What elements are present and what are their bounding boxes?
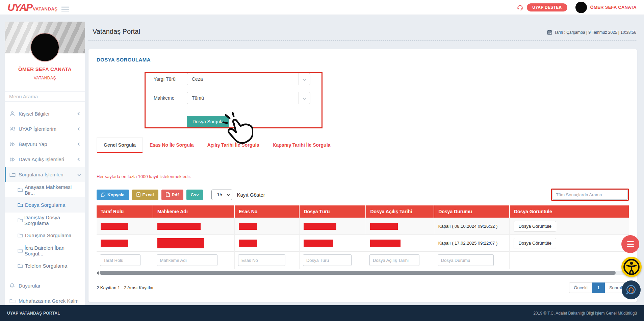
dosya-sorgulama-card: DOSYA SORGULAMA Yargı Türü Ceza Mahkeme … — [88, 49, 637, 302]
table-row: Kapalı ( 17.02.2025 09:22:07 ) Dosya Gör… — [97, 235, 629, 252]
csv-button[interactable]: Csv — [186, 190, 203, 200]
excel-button[interactable]: Excel — [132, 190, 158, 200]
page-number-button[interactable]: 1 — [592, 282, 605, 293]
redacted-cell — [304, 240, 333, 247]
folder-icon — [18, 218, 24, 222]
tab-esas-no[interactable]: Esas No İle Sorgula — [143, 138, 201, 152]
sidebar-item-uyap-islemlerim[interactable]: UYAP İşlemlerim — [5, 121, 85, 137]
records-info: 2 Kayıttan 1 - 2 Arası Kayıtlar — [97, 285, 154, 290]
headset-icon — [517, 4, 523, 11]
calendar-icon — [547, 30, 552, 35]
query-form: Yargı Türü Ceza Mahkeme Tümü Dosya Sorgu… — [97, 73, 629, 127]
previous-page-button[interactable]: Önceki — [569, 282, 592, 293]
scroll-left-arrow[interactable] — [97, 271, 99, 275]
page-size-select[interactable]: 15 — [211, 190, 232, 200]
bell-icon — [9, 283, 19, 289]
dosya-sorgula-button[interactable]: Dosya Sorgula — [187, 116, 229, 127]
filter-taraf-rolu-input[interactable] — [100, 254, 140, 266]
query-tabs: Genel Sorgula Esas No İle Sorgula Açılış… — [97, 138, 629, 152]
redacted-cell — [304, 223, 336, 230]
scrollbar-track[interactable] — [100, 271, 629, 275]
support-chat-button[interactable] — [622, 280, 641, 299]
profile-role: VATANDAŞ — [5, 76, 85, 80]
sidebar-menu: Kişisel Bilgiler UYAP İşlemlerim Başvuru… — [5, 102, 85, 305]
sidebar-item-basvuru-yap[interactable]: Başvuru Yap — [5, 137, 85, 152]
user-avatar[interactable] — [575, 2, 587, 13]
filter-dosya-acilis-input[interactable] — [369, 254, 419, 266]
max-records-notice: Her sayfada en fazla 1000 kayıt listelen… — [97, 174, 629, 179]
redacted-cell — [370, 223, 398, 230]
page-header: Vatandaş Portal Tarih : Çarşamba | 9 Tem… — [88, 22, 637, 41]
section-title: DOSYA SORGULAMA — [97, 57, 629, 68]
chevron-down-icon — [299, 73, 310, 85]
redacted-cell — [157, 223, 201, 230]
uyap-destek-button[interactable]: UYAP DESTEK — [527, 3, 567, 11]
uyap-logo[interactable]: UYAP — [7, 2, 32, 13]
pdf-button[interactable]: Pdf — [161, 190, 183, 200]
mahkeme-label: Mahkeme — [154, 95, 183, 101]
global-search-input[interactable] — [552, 190, 628, 200]
footer-bar: UYAP VATANDAŞ PORTAL 2019 © T.C. Adalet … — [0, 305, 644, 321]
table-filter-row — [97, 252, 629, 270]
filter-dosya-turu-input[interactable] — [303, 254, 352, 266]
sidebar-subitem-dosya-sorgulama[interactable]: Dosya Sorgulama — [5, 197, 85, 213]
mahkeme-select[interactable]: Tümü — [187, 92, 310, 104]
table-row: Kapalı ( 08.10.2024 09:26:32 ) Dosya Gör… — [97, 218, 629, 235]
column-header-mahkeme-adi[interactable]: Mahkeme Adı — [153, 205, 234, 218]
copy-button[interactable]: Kopyala — [97, 190, 129, 200]
column-header-esas-no[interactable]: Esas No — [234, 205, 299, 218]
excel-icon — [136, 192, 140, 197]
sidebar-item-dava-acilis[interactable]: Dava Açılış İşlemleri — [5, 152, 85, 167]
sidebar-subitem-telefon[interactable]: Telefon Sorgulama — [5, 258, 85, 273]
chevron-left-icon — [78, 158, 81, 161]
column-header-taraf-rolu[interactable]: Taraf Rolü — [97, 205, 153, 218]
dosya-goruntule-button[interactable]: Dosya Görüntüle — [514, 238, 556, 248]
menu-search-input[interactable] — [5, 91, 85, 102]
filter-esas-no-input[interactable] — [238, 254, 285, 266]
tab-kapanis-tarihi[interactable]: Kapanış Tarihi İle Sorgula — [266, 138, 337, 152]
sidebar-item-sorgulama-islemleri[interactable]: Sorgulama İşlemleri — [5, 167, 85, 182]
tab-genel-sorgula[interactable]: Genel Sorgula — [97, 138, 143, 152]
date-display: Tarih : Çarşamba | 9 Temmuz 2025 | 10:38… — [547, 30, 636, 35]
table-header-row: Taraf Rolü Mahkeme Adı Esas No Dosya Tür… — [97, 205, 629, 218]
chat-headset-icon — [625, 284, 637, 296]
column-header-dosya-durumu[interactable]: Dosya Durumu — [434, 205, 510, 218]
results-table: Taraf Rolü Mahkeme Adı Esas No Dosya Tür… — [97, 205, 629, 269]
column-header-dosya-turu[interactable]: Dosya Türü — [299, 205, 366, 218]
sidebar-subitem-icra-iban[interactable]: İcra Daireleri İban Sorgul... — [5, 243, 85, 258]
tab-acilis-tarihi[interactable]: Açılış Tarihi İle Sorgula — [201, 138, 266, 152]
forward-icon — [9, 157, 19, 162]
accessibility-button[interactable] — [621, 257, 642, 277]
filter-dosya-durumu-input[interactable] — [438, 254, 494, 266]
sidebar-subitem-danistay[interactable]: Danıştay Dosya Sorgulama — [5, 213, 85, 228]
sidebar-item-kisisel-bilgiler[interactable]: Kişisel Bilgiler — [5, 106, 85, 121]
column-header-dosya-goruntule[interactable]: Dosya Görüntüle — [510, 205, 629, 218]
user-name[interactable]: ÖMER SEFA CANATA — [590, 5, 637, 10]
copy-icon — [101, 193, 105, 197]
sidebar-toggle-icon[interactable] — [61, 6, 69, 11]
sidebar-subitem-durusma[interactable]: Duruşma Sorgulama — [5, 228, 85, 243]
folder-icon — [9, 172, 19, 177]
forward-icon — [9, 142, 19, 147]
sidebar-item-muhafaza[interactable]: Muhafazasına Gerek Kalm — [5, 293, 85, 305]
sidebar-item-duyurular[interactable]: Duyurular — [5, 278, 85, 293]
filter-mahkeme-adi-input[interactable] — [157, 254, 218, 266]
page-title: Vatandaş Portal — [93, 28, 140, 35]
yargi-turu-select[interactable]: Ceza — [187, 73, 310, 85]
sidebar-subitem-anayasa[interactable]: Anayasa Mahkemesi Bir... — [5, 182, 85, 197]
horizontal-scrollbar — [97, 271, 629, 275]
floating-menu-button[interactable] — [621, 235, 639, 253]
redacted-cell — [157, 238, 204, 248]
chevron-down-icon — [227, 193, 230, 196]
yargi-turu-label: Yargı Türü — [154, 76, 183, 82]
folder-icon — [18, 264, 25, 268]
user-icon — [9, 111, 19, 117]
chevron-down-icon — [78, 173, 81, 176]
profile-card: ÖMER SEFA CANATA VATANDAŞ — [5, 22, 85, 102]
dosya-goruntule-button[interactable]: Dosya Görüntüle — [514, 221, 556, 231]
annotation-highlight-rect — [551, 189, 629, 201]
column-header-dosya-acilis[interactable]: Dosya Açılış Tarihi — [366, 205, 434, 218]
folder-icon — [18, 203, 25, 207]
folder-icon — [18, 248, 24, 253]
scrollbar-thumb[interactable] — [100, 271, 616, 275]
